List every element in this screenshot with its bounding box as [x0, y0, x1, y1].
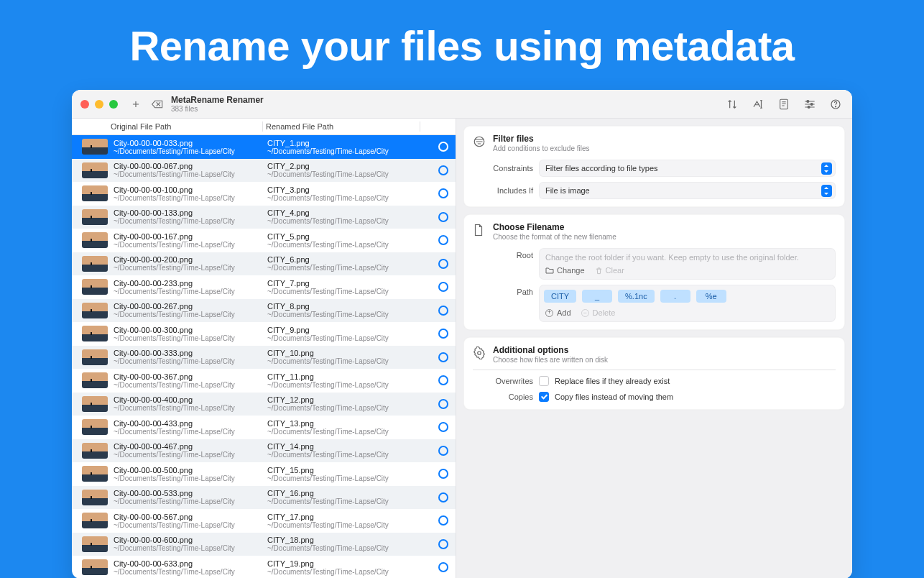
- original-path: ~/Documents/Testing/Time-Lapse/City: [114, 451, 267, 459]
- filter-sub: Add conditions to exclude files: [493, 144, 590, 152]
- renamed-path: ~/Documents/Testing/Time-Lapse/City: [267, 264, 421, 272]
- file-row[interactable]: City-00-00-00-533.png~/Documents/Testing…: [72, 486, 456, 510]
- remove-button[interactable]: [149, 96, 165, 112]
- file-row[interactable]: City-00-00-00-267.png~/Documents/Testing…: [72, 299, 456, 323]
- titlebar: MetaRename Renamer 383 files: [72, 90, 852, 119]
- file-row[interactable]: City-00-00-00-600.png~/Documents/Testing…: [72, 533, 456, 556]
- file-row[interactable]: City-00-00-00-233.png~/Documents/Testing…: [72, 275, 456, 299]
- file-thumbnail: [82, 256, 108, 272]
- renamed-name: CITY_17.png: [267, 513, 421, 521]
- file-thumbnail: [82, 513, 108, 528]
- plus-icon: [545, 309, 553, 317]
- change-folder-button[interactable]: Change: [545, 266, 585, 275]
- file-row[interactable]: City-00-00-00-333.png~/Documents/Testing…: [72, 346, 456, 370]
- app-window: MetaRename Renamer 383 files: [72, 90, 852, 578]
- renamed-name: CITY_7.png: [267, 279, 421, 288]
- svg-point-13: [808, 106, 810, 108]
- renamed-path: ~/Documents/Testing/Time-Lapse/City: [267, 451, 421, 459]
- gear-icon: [473, 347, 486, 359]
- file-row[interactable]: City-00-00-00-300.png~/Documents/Testing…: [72, 322, 456, 346]
- file-row[interactable]: City-00-00-00-133.png~/Documents/Testing…: [72, 206, 456, 229]
- filter-title: Filter files: [493, 134, 590, 144]
- file-row[interactable]: City-00-00-00-567.png~/Documents/Testing…: [72, 509, 456, 533]
- delete-token-button[interactable]: Delete: [581, 308, 616, 317]
- original-name: City-00-00-00-300.png: [114, 326, 267, 334]
- file-thumbnail: [82, 466, 108, 482]
- close-window-button[interactable]: [80, 100, 89, 109]
- renamed-path: ~/Documents/Testing/Time-Lapse/City: [267, 404, 421, 412]
- renamed-path: ~/Documents/Testing/Time-Lapse/City: [267, 544, 421, 552]
- renamed-path: ~/Documents/Testing/Time-Lapse/City: [267, 217, 421, 225]
- status-indicator: [438, 422, 448, 432]
- file-row[interactable]: City-00-00-00-467.png~/Documents/Testing…: [72, 439, 456, 463]
- clear-folder-button[interactable]: Clear: [595, 266, 624, 275]
- sort-icon[interactable]: [724, 96, 740, 112]
- original-name: City-00-00-00-433.png: [114, 419, 267, 428]
- original-name: City-00-00-00-200.png: [114, 255, 267, 264]
- original-name: City-00-00-00-100.png: [114, 185, 267, 194]
- file-row[interactable]: City-00-00-00-200.png~/Documents/Testing…: [72, 252, 456, 276]
- zoom-window-button[interactable]: [109, 100, 118, 109]
- original-name: City-00-00-00-367.png: [114, 372, 267, 381]
- window-controls: [80, 100, 118, 109]
- renamed-path: ~/Documents/Testing/Time-Lapse/City: [267, 497, 421, 505]
- choose-title: Choose Filename: [493, 222, 616, 232]
- svg-point-11: [810, 103, 813, 105]
- status-indicator: [438, 282, 448, 292]
- choose-card: Choose Filename Choose the format of the…: [463, 214, 845, 330]
- file-row[interactable]: City-00-00-00-500.png~/Documents/Testing…: [72, 462, 456, 486]
- path-token[interactable]: %e: [696, 290, 726, 303]
- file-thumbnail: [82, 232, 108, 248]
- file-row[interactable]: City-00-00-00-633.png~/Documents/Testing…: [72, 556, 456, 578]
- settings-icon[interactable]: [802, 96, 818, 112]
- renamed-path: ~/Documents/Testing/Time-Lapse/City: [267, 521, 421, 529]
- file-thumbnail: [82, 162, 108, 178]
- file-row[interactable]: City-00-00-00-367.png~/Documents/Testing…: [72, 369, 456, 393]
- status-indicator: [438, 399, 448, 409]
- file-row[interactable]: City-00-00-00-033.png~/Documents/Testing…: [72, 135, 456, 159]
- file-count: 383 files: [171, 106, 264, 113]
- help-icon[interactable]: [828, 96, 844, 112]
- path-token[interactable]: .: [660, 290, 690, 303]
- renamed-name: CITY_18.png: [267, 536, 421, 544]
- constraints-select[interactable]: Filter files according to file types: [539, 160, 836, 177]
- status-indicator: [438, 539, 448, 549]
- file-row[interactable]: City-00-00-00-167.png~/Documents/Testing…: [72, 229, 456, 252]
- overwrites-checkbox[interactable]: [539, 376, 549, 386]
- original-path: ~/Documents/Testing/Time-Lapse/City: [114, 288, 267, 295]
- original-name: City-00-00-00-233.png: [114, 279, 267, 288]
- path-box: CITY_%.1nc.%e Add Delete: [539, 285, 836, 322]
- file-row[interactable]: City-00-00-00-433.png~/Documents/Testing…: [72, 416, 456, 439]
- root-placeholder[interactable]: Change the root folder if you want. Keep…: [545, 253, 829, 262]
- col-original[interactable]: Original File Path: [108, 122, 262, 131]
- file-thumbnail: [82, 303, 108, 318]
- renamed-name: CITY_6.png: [267, 255, 421, 264]
- renamed-name: CITY_14.png: [267, 442, 421, 451]
- rename-icon[interactable]: [750, 96, 766, 112]
- renamed-path: ~/Documents/Testing/Time-Lapse/City: [267, 357, 421, 365]
- col-renamed[interactable]: Renamed File Path: [263, 122, 420, 131]
- options-panel: Filter files Add conditions to exclude f…: [456, 119, 852, 578]
- file-row[interactable]: City-00-00-00-100.png~/Documents/Testing…: [72, 182, 456, 206]
- overwrites-text: Replace files if they already exist: [555, 377, 670, 385]
- file-thumbnail: [82, 419, 108, 435]
- includes-select[interactable]: File is image: [539, 182, 836, 199]
- minimize-window-button[interactable]: [95, 100, 103, 109]
- copies-checkbox[interactable]: [539, 392, 549, 402]
- renamed-name: CITY_3.png: [267, 185, 421, 194]
- file-row[interactable]: City-00-00-00-067.png~/Documents/Testing…: [72, 159, 456, 183]
- original-path: ~/Documents/Testing/Time-Lapse/City: [114, 474, 267, 482]
- status-indicator: [438, 562, 448, 572]
- select-arrows-icon: [821, 185, 832, 197]
- path-token[interactable]: %.1nc: [618, 290, 655, 303]
- file-thumbnail: [82, 490, 108, 505]
- file-thumbnail: [82, 326, 108, 341]
- file-row[interactable]: City-00-00-00-400.png~/Documents/Testing…: [72, 393, 456, 416]
- preview-icon[interactable]: [776, 96, 792, 112]
- add-button[interactable]: [128, 96, 144, 112]
- add-token-button[interactable]: Add: [545, 308, 571, 317]
- svg-point-15: [835, 106, 836, 106]
- path-token[interactable]: _: [582, 290, 612, 303]
- status-indicator: [438, 259, 448, 269]
- path-token[interactable]: CITY: [544, 290, 576, 303]
